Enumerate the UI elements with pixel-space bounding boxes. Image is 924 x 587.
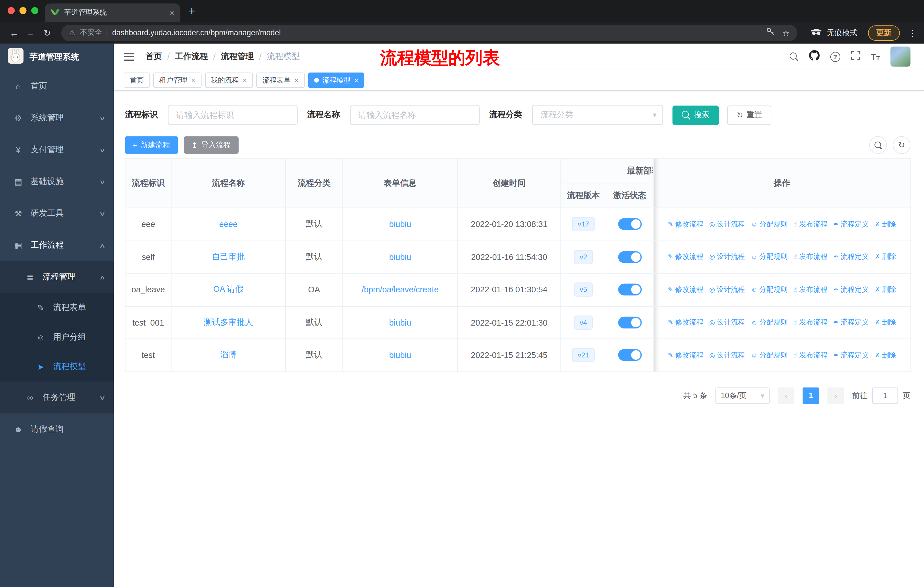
sidebar-item-infrastructure[interactable]: ▤ 基础设施 ∨ [0, 166, 114, 197]
publish-process-link[interactable]: ☝发布流程 [794, 284, 827, 294]
font-size-icon[interactable]: TT [871, 51, 879, 62]
design-process-link[interactable]: ◎设计流程 [709, 219, 745, 229]
reload-button[interactable]: ↻ [40, 28, 54, 38]
tab-close-icon[interactable]: × [170, 8, 175, 18]
browser-tab[interactable]: 芋道管理系统 × [45, 3, 180, 22]
process-name-input[interactable] [350, 105, 480, 125]
prev-page-button[interactable]: ‹ [778, 387, 795, 404]
url-text[interactable]: dashboard.yudao.iocoder.cn/bpm/manager/m… [112, 28, 762, 37]
process-name-link[interactable]: eeee [219, 220, 238, 229]
design-process-link[interactable]: ◎设计流程 [709, 284, 745, 294]
assign-rule-link[interactable]: ☺分配规则 [751, 284, 788, 294]
tag-home[interactable]: 首页 [124, 73, 150, 88]
process-name-link[interactable]: OA 请假 [213, 284, 243, 294]
delete-link[interactable]: ✗删除 [875, 350, 896, 360]
publish-process-link[interactable]: ☝发布流程 [794, 350, 827, 360]
toggle-search-button[interactable] [869, 136, 887, 154]
tag-process-form[interactable]: 流程表单 × [256, 73, 304, 88]
window-close-button[interactable] [8, 7, 15, 14]
address-bar[interactable]: ⚠ 不安全 dashboard.yudao.iocoder.cn/bpm/man… [61, 24, 797, 41]
goto-page-input[interactable] [872, 387, 898, 404]
publish-process-link[interactable]: ☝发布流程 [794, 219, 827, 229]
active-toggle[interactable] [618, 316, 641, 328]
sidebar-logo[interactable]: 芋道管理系统 [0, 43, 114, 70]
delete-link[interactable]: ✗删除 [875, 284, 896, 294]
sidebar-item-payment[interactable]: ¥ 支付管理 ∨ [0, 134, 114, 166]
current-page-button[interactable]: 1 [803, 387, 819, 404]
sidebar-collapse-icon[interactable] [124, 53, 134, 61]
tag-process-model[interactable]: 流程模型 × [308, 73, 365, 88]
form-info-link[interactable]: biubiu [389, 252, 411, 262]
assign-rule-link[interactable]: ☺分配规则 [751, 252, 788, 262]
delete-link[interactable]: ✗删除 [875, 219, 896, 229]
process-name-link[interactable]: 测试多审批人 [204, 317, 253, 326]
tag-close-icon[interactable]: × [354, 76, 359, 84]
page-size-select[interactable]: 10条/页 ▾ [716, 387, 770, 404]
sidebar-item-devtools[interactable]: ⚒ 研发工具 ∨ [0, 197, 114, 229]
modify-process-link[interactable]: ✎修改流程 [668, 284, 703, 294]
tag-tenant[interactable]: 租户管理 × [153, 73, 201, 88]
form-info-link[interactable]: biubiu [389, 220, 411, 229]
breadcrumb-workflow[interactable]: 工作流程 [175, 51, 208, 62]
design-process-link[interactable]: ◎设计流程 [709, 252, 745, 262]
sidebar-item-process-model[interactable]: ➤ 流程模型 [0, 352, 114, 382]
breadcrumb-process-management[interactable]: 流程管理 [221, 51, 254, 62]
sidebar-item-process-management[interactable]: ≣ 流程管理 ∧ [0, 261, 114, 293]
new-tab-button[interactable]: + [188, 5, 195, 18]
sidebar-item-home[interactable]: ⌂ 首页 [0, 70, 114, 102]
sidebar-item-workflow[interactable]: ▦ 工作流程 ∧ [0, 229, 114, 261]
delete-link[interactable]: ✗删除 [875, 317, 896, 327]
browser-menu-icon[interactable]: ⋮ [908, 28, 917, 38]
form-info-link[interactable]: /bpm/oa/leave/create [361, 285, 439, 294]
forward-button[interactable]: → [23, 28, 38, 38]
sidebar-item-task-management[interactable]: ∞ 任务管理 ∨ [0, 382, 114, 413]
delete-link[interactable]: ✗删除 [875, 252, 896, 262]
create-process-button[interactable]: + 新建流程 [125, 136, 178, 154]
modify-process-link[interactable]: ✎修改流程 [668, 219, 703, 229]
tag-close-icon[interactable]: × [294, 76, 299, 84]
active-toggle[interactable] [618, 218, 641, 230]
form-info-link[interactable]: biubiu [389, 317, 411, 327]
sidebar-item-process-form[interactable]: ✎ 流程表单 [0, 293, 114, 323]
window-zoom-button[interactable] [31, 7, 38, 14]
sidebar-item-user-group[interactable]: ☺ 用户分组 [0, 322, 114, 352]
modify-process-link[interactable]: ✎修改流程 [668, 350, 703, 360]
user-avatar[interactable] [891, 47, 911, 67]
search-icon[interactable] [789, 52, 798, 61]
reset-button[interactable]: ↻ 重置 [727, 105, 771, 125]
process-key-input[interactable] [168, 105, 298, 125]
fullscreen-icon[interactable] [851, 51, 860, 63]
active-toggle[interactable] [618, 251, 641, 263]
assign-rule-link[interactable]: ☺分配规则 [751, 219, 788, 229]
publish-process-link[interactable]: ☝发布流程 [794, 252, 827, 262]
assign-rule-link[interactable]: ☺分配规则 [751, 350, 788, 360]
design-process-link[interactable]: ◎设计流程 [709, 317, 745, 327]
security-warning-icon[interactable]: ⚠ [69, 29, 75, 37]
assign-rule-link[interactable]: ☺分配规则 [751, 317, 788, 327]
window-minimize-button[interactable] [20, 7, 26, 14]
process-definition-link[interactable]: ✒流程定义 [833, 350, 869, 360]
breadcrumb-home[interactable]: 首页 [145, 51, 162, 62]
refresh-table-button[interactable]: ↻ [893, 136, 911, 154]
process-definition-link[interactable]: ✒流程定义 [833, 252, 869, 262]
tag-close-icon[interactable]: × [243, 76, 247, 84]
next-page-button[interactable]: › [827, 387, 844, 404]
security-label[interactable]: 不安全 [80, 28, 102, 38]
design-process-link[interactable]: ◎设计流程 [709, 350, 745, 360]
modify-process-link[interactable]: ✎修改流程 [668, 252, 703, 262]
process-definition-link[interactable]: ✒流程定义 [833, 317, 869, 327]
form-info-link[interactable]: biubiu [389, 351, 411, 360]
password-key-icon[interactable] [766, 27, 776, 38]
help-icon[interactable]: ? [830, 51, 840, 62]
process-category-select[interactable]: 流程分类 ▾ [532, 105, 663, 125]
tag-my-process[interactable]: 我的流程 × [205, 73, 253, 88]
modify-process-link[interactable]: ✎修改流程 [668, 317, 703, 327]
active-toggle[interactable] [618, 349, 641, 361]
publish-process-link[interactable]: ☝发布流程 [794, 317, 827, 327]
chrome-update-button[interactable]: 更新 [868, 25, 900, 40]
search-button[interactable]: 搜索 [672, 105, 719, 125]
process-name-link[interactable]: 滔博 [220, 350, 237, 359]
tag-close-icon[interactable]: × [191, 76, 196, 84]
sidebar-item-leave-query[interactable]: ☻ 请假查询 [0, 413, 114, 445]
process-name-link[interactable]: 自己审批 [212, 251, 245, 261]
